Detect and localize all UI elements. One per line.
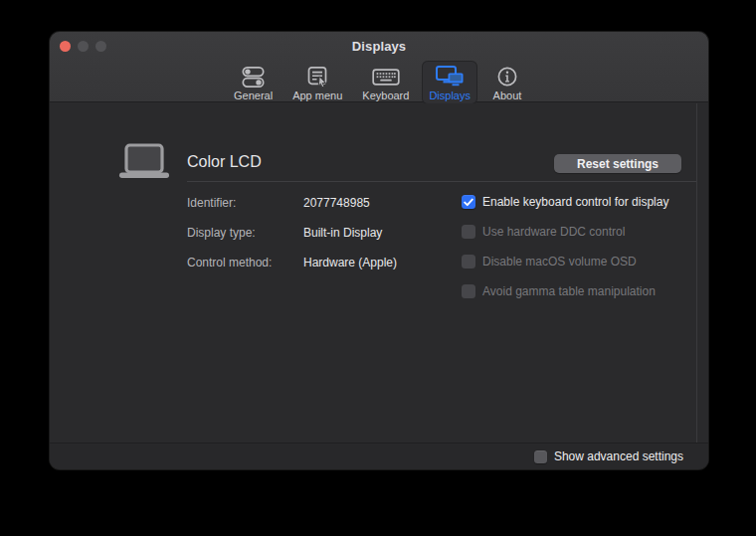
info-value: 2077748985: [303, 196, 370, 210]
footer-bar: Show advanced settings: [50, 443, 708, 469]
laptop-icon: [115, 143, 173, 182]
checkbox-checked-icon: [462, 195, 475, 209]
toggles-icon: [241, 65, 266, 89]
toolbar-label-app-menu: App menu: [292, 89, 342, 101]
displays-window: Displays General: [50, 32, 708, 469]
info-label: Identifier:: [187, 196, 303, 210]
toolbar-item-keyboard[interactable]: Keyboard: [355, 61, 416, 104]
checkbox-unchecked-icon: [462, 284, 475, 298]
display-options-list: Enable keyboard control for display Use …: [462, 193, 668, 300]
panel-header: Color LCD Reset settings: [50, 103, 708, 182]
show-advanced-settings-label: Show advanced settings: [554, 449, 683, 463]
toolbar-item-about[interactable]: About: [483, 61, 531, 104]
info-label: Display type:: [187, 226, 303, 240]
info-icon: [496, 65, 518, 89]
display-settings-panel: Color LCD Reset settings Identifier: 207…: [50, 103, 708, 469]
toolbar-item-general[interactable]: General: [227, 61, 280, 104]
display-info-list: Identifier: 2077748985 Display type: Bui…: [187, 194, 397, 270]
info-value: Hardware (Apple): [303, 256, 397, 269]
info-label: Control method:: [187, 256, 303, 269]
checkbox-label: Use hardware DDC control: [482, 225, 625, 239]
info-row-identifier: Identifier: 2077748985: [187, 194, 397, 211]
info-row-display-type: Display type: Built-in Display: [187, 224, 397, 241]
toolbar-item-app-menu[interactable]: App menu: [285, 61, 349, 104]
window-chrome: Displays General: [50, 32, 708, 102]
checkbox-enable-keyboard-control[interactable]: Enable keyboard control for display: [462, 193, 668, 211]
toolbar-item-displays[interactable]: Displays: [422, 61, 477, 104]
checkbox-unchecked-icon: [462, 255, 475, 268]
checkbox-disable-volume-osd: Disable macOS volume OSD: [462, 253, 668, 270]
titlebar[interactable]: Displays: [50, 32, 708, 60]
header-divider: [187, 181, 696, 182]
checkbox-show-advanced-settings[interactable]: [534, 450, 547, 463]
checkbox-avoid-gamma-manipulation: Avoid gamma table manipulation: [462, 282, 668, 300]
display-name: Color LCD: [187, 153, 262, 171]
info-row-control-method: Control method: Hardware (Apple): [187, 254, 397, 270]
keyboard-icon: [372, 65, 400, 89]
checkbox-label: Avoid gamma table manipulation: [482, 284, 656, 298]
checkbox-use-hardware-ddc: Use hardware DDC control: [462, 223, 668, 241]
reset-settings-button[interactable]: Reset settings: [554, 154, 681, 173]
document-cursor-icon: [305, 65, 329, 89]
toolbar-label-keyboard: Keyboard: [362, 89, 409, 101]
toolbar-label-about: About: [493, 89, 522, 101]
info-value: Built-in Display: [303, 226, 382, 240]
toolbar-label-general: General: [234, 89, 273, 101]
toolbar: General App menu: [50, 59, 708, 102]
checkbox-label: Disable macOS volume OSD: [482, 255, 637, 268]
displays-icon: [435, 65, 466, 89]
checkbox-label: Enable keyboard control for display: [482, 195, 668, 209]
checkbox-unchecked-icon: [462, 225, 475, 239]
toolbar-label-displays: Displays: [429, 89, 471, 101]
window-title: Displays: [50, 39, 708, 54]
